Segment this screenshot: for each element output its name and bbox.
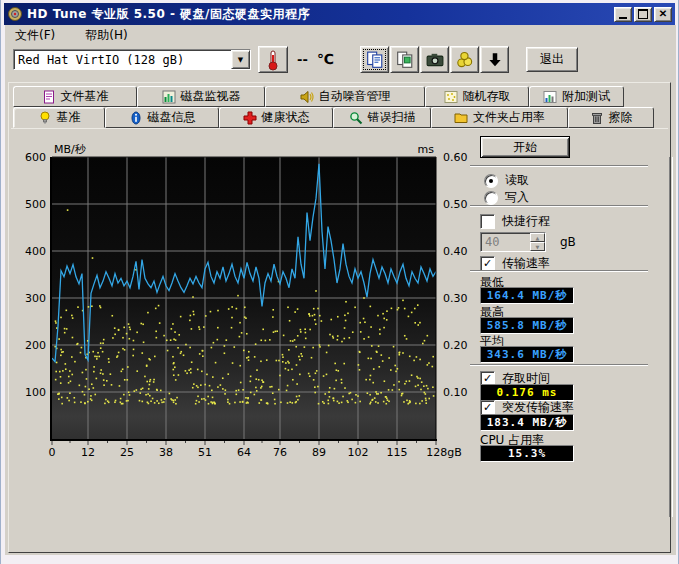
tab-label: 磁盘信息 bbox=[148, 109, 196, 126]
trash-icon bbox=[590, 111, 604, 125]
svg-text:12: 12 bbox=[81, 446, 95, 459]
red-cross-icon bbox=[243, 111, 257, 125]
short-stroke-checkbox[interactable]: 快捷行程 bbox=[480, 213, 550, 230]
app-icon bbox=[7, 6, 23, 22]
coins-icon bbox=[456, 51, 474, 69]
svg-text:76: 76 bbox=[273, 446, 287, 459]
content-panel: 文件基准磁盘监视器自动噪音管理随机存取附加测试 基准磁盘信息健康状态错误扫描文件… bbox=[8, 82, 671, 553]
tab-label: 随机存取 bbox=[463, 88, 511, 105]
camera-icon bbox=[426, 51, 444, 69]
tab-擦除[interactable]: 擦除 bbox=[568, 107, 654, 128]
tab-row-1: 文件基准磁盘监视器自动噪音管理随机存取附加测试 bbox=[13, 86, 666, 107]
short-stroke-label: 快捷行程 bbox=[502, 213, 550, 230]
tab-错误扫描[interactable]: 错误扫描 bbox=[333, 107, 431, 128]
benchmark-chart: MB/秒ms6005004003002001000.600.500.400.30… bbox=[16, 139, 486, 469]
exit-button[interactable]: 退出 bbox=[526, 47, 578, 72]
svg-text:0: 0 bbox=[49, 446, 56, 459]
tab-基准[interactable]: 基准 bbox=[13, 107, 105, 128]
close-button[interactable]: ✕ bbox=[654, 7, 672, 22]
separator bbox=[470, 165, 648, 167]
temperature-unit-label: ℃ bbox=[317, 51, 334, 67]
temperature-button[interactable] bbox=[258, 46, 288, 73]
minimize-button[interactable] bbox=[614, 7, 632, 22]
minimize-icon bbox=[619, 17, 627, 19]
svg-text:ms: ms bbox=[418, 143, 435, 156]
radio-icon bbox=[484, 174, 498, 188]
write-radio-label: 写入 bbox=[505, 189, 529, 206]
copy-text-icon bbox=[366, 51, 384, 69]
folder-icon bbox=[454, 111, 468, 125]
separator bbox=[470, 205, 648, 207]
chevron-down-icon[interactable]: ▼ bbox=[231, 50, 250, 69]
dots-icon bbox=[444, 90, 458, 104]
start-button[interactable]: 开始 bbox=[480, 136, 570, 158]
svg-text:38: 38 bbox=[159, 446, 173, 459]
client-area: 文件(F) 帮助(H) Red Hat VirtIO (128 gB) ▼ --… bbox=[5, 25, 676, 555]
spin-up-button[interactable]: ▲ bbox=[530, 233, 545, 242]
menu-file[interactable]: 文件(F) bbox=[11, 25, 63, 46]
menubar: 文件(F) 帮助(H) bbox=[5, 25, 676, 45]
short-stroke-unit-label: gB bbox=[560, 235, 576, 249]
tab-label: 自动噪音管理 bbox=[319, 88, 391, 105]
drive-select-value: Red Hat VirtIO (128 gB) bbox=[14, 53, 231, 67]
tab-文件夹占用率[interactable]: 文件夹占用率 bbox=[431, 107, 568, 128]
copy-image-icon bbox=[396, 51, 414, 69]
menu-help[interactable]: 帮助(H) bbox=[81, 25, 135, 46]
read-radio[interactable]: 读取 bbox=[484, 172, 529, 189]
tab-文件基准[interactable]: 文件基准 bbox=[13, 86, 137, 107]
svg-text:102: 102 bbox=[348, 446, 369, 459]
maximize-button[interactable] bbox=[634, 7, 652, 22]
tab-label: 基准 bbox=[57, 109, 81, 126]
radio-icon bbox=[484, 191, 498, 205]
short-stroke-size-input[interactable]: 40 ▲ ▼ bbox=[480, 232, 546, 252]
toolbar: Red Hat VirtIO (128 gB) ▼ -- ℃ 退出 bbox=[5, 45, 676, 79]
mini-chart-icon bbox=[543, 90, 557, 104]
save-button[interactable] bbox=[480, 46, 509, 73]
svg-text:51: 51 bbox=[198, 446, 212, 459]
svg-text:25: 25 bbox=[120, 446, 134, 459]
tab-随机存取[interactable]: 随机存取 bbox=[425, 86, 529, 107]
tab-健康状态[interactable]: 健康状态 bbox=[219, 107, 333, 128]
svg-text:400: 400 bbox=[25, 245, 46, 258]
svg-text:600: 600 bbox=[25, 151, 46, 164]
bulb-icon bbox=[38, 111, 52, 125]
close-icon: ✕ bbox=[659, 9, 667, 19]
tab-label: 文件夹占用率 bbox=[473, 109, 545, 126]
drive-select[interactable]: Red Hat VirtIO (128 gB) ▼ bbox=[13, 49, 251, 70]
svg-text:MB/秒: MB/秒 bbox=[54, 143, 87, 156]
copy-image-button[interactable] bbox=[390, 46, 419, 73]
tab-label: 文件基准 bbox=[61, 88, 109, 105]
write-radio[interactable]: 写入 bbox=[484, 189, 529, 206]
svg-text:200: 200 bbox=[25, 339, 46, 352]
svg-text:64: 64 bbox=[237, 446, 251, 459]
maximize-icon bbox=[638, 9, 648, 19]
svg-text:500: 500 bbox=[25, 198, 46, 211]
options-button[interactable] bbox=[450, 46, 479, 73]
tab-row-2: 基准磁盘信息健康状态错误扫描文件夹占用率擦除 bbox=[13, 107, 666, 128]
benchmark-page: MB/秒ms6005004003002001000.600.500.400.30… bbox=[11, 128, 668, 550]
checkbox-icon bbox=[480, 256, 495, 271]
svg-text:89: 89 bbox=[312, 446, 326, 459]
tab-磁盘监视器[interactable]: 磁盘监视器 bbox=[137, 86, 265, 107]
svg-text:128gB: 128gB bbox=[426, 446, 462, 459]
read-radio-label: 读取 bbox=[505, 172, 529, 189]
checkbox-icon bbox=[480, 400, 495, 415]
tab-磁盘信息[interactable]: 磁盘信息 bbox=[105, 107, 219, 128]
checkbox-icon bbox=[480, 214, 495, 229]
green-bars-icon bbox=[162, 90, 176, 104]
titlebar: HD Tune 专业版 5.50 - 硬盘/固态硬盘实用程序 ✕ bbox=[4, 3, 675, 25]
max-rate-display: 585.8 MB/秒 bbox=[480, 317, 574, 334]
tab-label: 磁盘监视器 bbox=[181, 88, 241, 105]
copy-text-button[interactable] bbox=[360, 46, 389, 73]
svg-text:300: 300 bbox=[25, 292, 46, 305]
thermometer-icon bbox=[265, 49, 281, 71]
tab-自动噪音管理[interactable]: 自动噪音管理 bbox=[265, 86, 425, 107]
hdtune-window: HD Tune 专业版 5.50 - 硬盘/固态硬盘实用程序 ✕ 文件(F) 帮… bbox=[0, 0, 679, 564]
spin-down-button[interactable]: ▼ bbox=[530, 242, 545, 251]
min-rate-display: 164.4 MB/秒 bbox=[480, 287, 574, 304]
screenshot-button[interactable] bbox=[420, 46, 449, 73]
arrow-down-icon bbox=[486, 51, 504, 69]
avg-rate-display: 343.6 MB/秒 bbox=[480, 346, 574, 363]
tab-附加测试[interactable]: 附加测试 bbox=[529, 86, 624, 107]
panel-divider bbox=[669, 157, 673, 517]
